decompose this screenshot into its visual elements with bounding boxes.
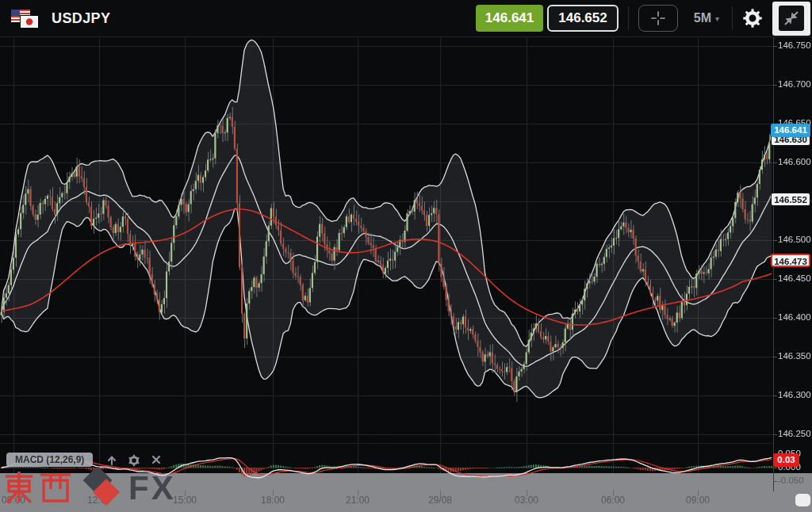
watermark-diamond-logo [76,467,127,510]
settings-gear-button[interactable] [742,8,763,29]
macd-indicator-label: MACD (12,26,9) [6,453,93,467]
currency-pair-flags [10,5,47,32]
symbol-title: USDJPY [52,10,110,27]
buy-price-button[interactable]: 146.652 [547,5,618,32]
macd-axis-label: -0.050 [778,476,804,485]
price-badge-146.473: 146.473 [771,254,810,267]
chart-area: 146.750146.700146.650146.600146.550146.5… [0,37,812,512]
price-axis-label: 146.500 [778,235,811,244]
time-axis-label: 09:00 [686,495,710,506]
price-axis-label: 146.250 [778,429,811,438]
macd-close-icon[interactable] [151,454,162,468]
crosshair-icon [649,10,667,27]
collapse-arrows-icon [779,6,804,31]
axis-resize-handle[interactable] [795,494,810,506]
timeframe-value: 5M [694,11,711,25]
brand-watermark: FX [3,467,176,510]
macd-settings-gear-icon[interactable] [128,454,140,470]
macd-value-badge: 0.03 [773,453,799,467]
price-axis-label: 146.300 [778,390,811,399]
time-axis-label: 06:00 [601,495,625,506]
price-axis-label: 146.350 [778,351,811,361]
time-axis-label: 21:00 [346,495,370,506]
price-axis-label: 146.600 [778,157,811,166]
toolbar-divider [732,6,733,30]
watermark-fx-text: FX [128,469,176,507]
time-axis-label: 29/08 [428,495,452,506]
price-badge-146.552: 146.552 [771,193,810,206]
macd-collapse-arrow-icon[interactable] [105,454,118,470]
chevron-down-icon: ▾ [715,14,719,23]
watermark-cjk-tozai [3,470,73,506]
time-axis-label: 18:00 [261,495,285,506]
price-axis-label: 146.400 [778,312,811,322]
toolbar-divider [628,6,629,30]
top-bar: USDJPY 146.641 146.652 5M ▾ [0,0,812,37]
time-axis-label: 15:00 [173,495,197,506]
collapse-window-button[interactable] [772,2,810,36]
sell-price-button[interactable]: 146.641 [476,5,543,32]
time-axis-label: 03:00 [515,495,538,506]
price-axis-label: 146.700 [778,79,811,89]
price-axis-label: 146.750 [778,40,811,50]
japan-flag-icon [20,15,39,29]
price-axis-label: 146.450 [778,273,811,283]
timeframe-dropdown[interactable]: 5M ▾ [689,10,724,26]
price-badge-146.641: 146.641 [771,124,810,137]
price-chart-canvas[interactable] [0,37,812,512]
gear-icon [742,8,763,29]
crosshair-tool-button[interactable] [638,5,678,32]
trading-app: USDJPY 146.641 146.652 5M ▾ [0,0,812,512]
